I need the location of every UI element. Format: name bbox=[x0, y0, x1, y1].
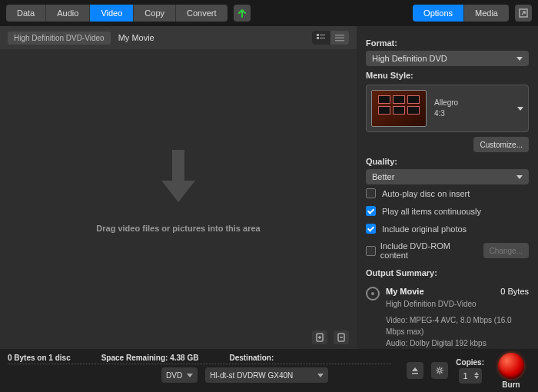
tab-data[interactable]: Data bbox=[6, 5, 46, 22]
menustyle-ratio: 4:3 bbox=[434, 108, 510, 119]
gear-icon bbox=[435, 366, 444, 375]
svg-point-11 bbox=[438, 369, 441, 372]
expand-panel-button[interactable] bbox=[515, 5, 532, 22]
arrow-down-icon bbox=[151, 142, 205, 213]
project-title: My Movie bbox=[118, 33, 154, 42]
disc-icon bbox=[366, 287, 380, 301]
continuous-checkbox[interactable] bbox=[366, 206, 376, 216]
tab-audio[interactable]: Audio bbox=[46, 5, 90, 22]
summary-label: Output Summary: bbox=[366, 268, 529, 277]
caret-down-icon bbox=[516, 57, 523, 61]
expand-icon bbox=[519, 8, 528, 18]
copies-value: 1 bbox=[462, 371, 470, 380]
menustyle-label: Menu Style: bbox=[366, 71, 529, 80]
svg-rect-7 bbox=[335, 40, 344, 42]
media-type-dropdown[interactable]: DVD bbox=[161, 367, 198, 383]
arrow-up-icon bbox=[237, 8, 247, 18]
tab-convert[interactable]: Convert bbox=[176, 5, 227, 22]
drop-hint: Drag video files or pictures into this a… bbox=[96, 224, 260, 233]
view-list-button[interactable] bbox=[330, 31, 349, 45]
space-value: 4.38 GB bbox=[170, 354, 198, 362]
quality-value: Better bbox=[372, 172, 394, 181]
tab-options[interactable]: Options bbox=[413, 5, 464, 22]
caret-down-icon bbox=[516, 175, 523, 179]
list-icon bbox=[335, 34, 344, 42]
burn-button[interactable] bbox=[498, 353, 524, 379]
file-remove-icon bbox=[337, 333, 346, 342]
drop-area[interactable]: Drag video files or pictures into this a… bbox=[0, 49, 357, 326]
photos-label: Include original photos bbox=[382, 224, 467, 234]
grid-icon bbox=[317, 34, 326, 42]
summary-bytes: 0 Bytes bbox=[500, 285, 529, 298]
autoplay-checkbox[interactable] bbox=[366, 188, 376, 198]
svg-rect-2 bbox=[317, 37, 319, 39]
summary-audio: Audio: Dolby Digital 192 kbps bbox=[386, 337, 529, 349]
tab-video[interactable]: Video bbox=[90, 5, 134, 22]
format-dropdown[interactable]: High Definition DVD bbox=[366, 51, 529, 66]
svg-rect-5 bbox=[335, 35, 344, 36]
continuous-label: Play all items continuously bbox=[382, 207, 481, 216]
svg-rect-6 bbox=[335, 38, 344, 39]
customize-button[interactable]: Customize... bbox=[473, 137, 529, 152]
summary-subtype: High Definition DVD-Video bbox=[386, 298, 529, 310]
tab-copy[interactable]: Copy bbox=[134, 5, 176, 22]
menustyle-thumbnail bbox=[371, 90, 427, 127]
media-type-value: DVD bbox=[166, 371, 182, 380]
tab-media[interactable]: Media bbox=[464, 5, 509, 22]
remove-file-button[interactable] bbox=[334, 331, 349, 344]
quality-label: Quality: bbox=[366, 157, 529, 166]
photos-checkbox[interactable] bbox=[366, 224, 376, 234]
summary-title: My Movie bbox=[386, 285, 424, 298]
menustyle-selector[interactable]: Allegro 4:3 bbox=[366, 85, 529, 132]
format-label: Format: bbox=[366, 38, 529, 48]
view-grid-button[interactable] bbox=[312, 31, 330, 45]
eject-button[interactable] bbox=[407, 362, 423, 379]
menustyle-name: Allegro bbox=[434, 98, 510, 108]
destination-dropdown[interactable]: Hl-dt-st DVDRW GX40N bbox=[205, 367, 328, 383]
caret-down-icon bbox=[517, 107, 523, 111]
svg-rect-4 bbox=[320, 38, 325, 38]
svg-rect-3 bbox=[320, 35, 325, 35]
copies-label: Copies: bbox=[456, 358, 484, 367]
view-toggle bbox=[312, 31, 349, 45]
copies-down[interactable] bbox=[474, 376, 479, 379]
summary-video: Video: MPEG-4 AVC, 8.0 Mbps (16.0 Mbps m… bbox=[386, 314, 529, 337]
copies-up[interactable] bbox=[474, 372, 479, 375]
destination-label: Destination: bbox=[229, 354, 274, 362]
change-button[interactable]: Change... bbox=[483, 243, 529, 258]
space-label: Space Remaining: bbox=[101, 354, 168, 362]
format-value: High Definition DVD bbox=[372, 54, 447, 63]
settings-button[interactable] bbox=[431, 362, 448, 379]
copies-stepper[interactable]: 1 bbox=[459, 368, 482, 384]
dvdrom-label: Include DVD-ROM content bbox=[380, 241, 479, 260]
svg-rect-10 bbox=[412, 373, 418, 374]
svg-rect-1 bbox=[317, 34, 319, 36]
quality-dropdown[interactable]: Better bbox=[366, 169, 529, 184]
destination-value: Hl-dt-st DVDRW GX40N bbox=[210, 371, 293, 380]
burn-label: Burn bbox=[502, 380, 520, 389]
file-add-icon bbox=[315, 333, 324, 342]
autoplay-label: Auto-play disc on insert bbox=[382, 189, 470, 198]
status-bytes: 0 Bytes on 1 disc bbox=[8, 354, 71, 362]
dvdrom-checkbox[interactable] bbox=[366, 246, 376, 256]
breadcrumb[interactable]: High Definition DVD-Video bbox=[8, 32, 111, 45]
right-tab-group: Options Media bbox=[413, 5, 509, 22]
upload-button[interactable] bbox=[234, 5, 251, 22]
main-tab-group: Data Audio Video Copy Convert bbox=[6, 5, 227, 22]
add-file-button[interactable] bbox=[312, 331, 327, 344]
eject-icon bbox=[410, 366, 420, 375]
